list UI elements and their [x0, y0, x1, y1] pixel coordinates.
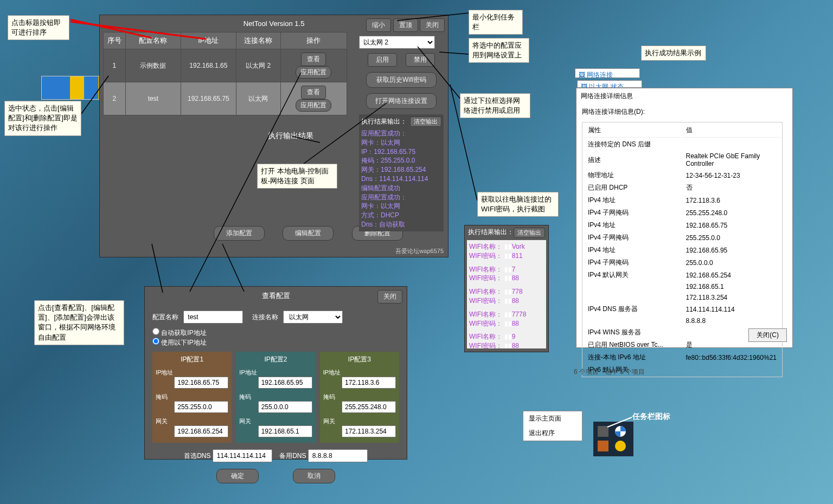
- netinfo-row: 描述Realtek PCIe GbE Family Controller: [584, 151, 781, 169]
- table-row[interactable]: 2 test 192.168.65.75 以太网 查看 应用配置: [104, 82, 347, 115]
- wifi-entry: WIFI名称： ▮▮VorkWIFI密码： ▮▮811: [469, 242, 544, 261]
- minimize-button[interactable]: 缩小: [366, 18, 391, 32]
- ipcol1-mask[interactable]: [174, 401, 228, 413]
- pin-button[interactable]: 置顶: [393, 18, 418, 32]
- netinfo-row: 192.168.65.1: [584, 282, 781, 292]
- footer-credit: 吾爱论坛wap6575: [395, 247, 444, 255]
- col-idx[interactable]: 序号: [104, 33, 126, 49]
- apply-button[interactable]: 应用配置: [296, 99, 331, 112]
- radio-manual[interactable]: [152, 338, 159, 345]
- ipcol2-title: IP配置2: [239, 355, 312, 364]
- radio-auto[interactable]: [152, 328, 159, 335]
- wifi-clear-button[interactable]: 清空输出: [514, 228, 545, 238]
- netinfo-close-button[interactable]: 关闭(C): [748, 328, 787, 342]
- ipcol1-mask-label: 掩码: [156, 393, 228, 401]
- table-row[interactable]: 1 示例数据 192.168.1.65 以太网 2 查看 应用配置: [104, 49, 347, 82]
- col-ip[interactable]: IP地址: [181, 33, 236, 49]
- ipcol3-mask[interactable]: [342, 401, 396, 413]
- add-config-button[interactable]: 添加配置: [214, 226, 265, 241]
- tray-icon-1[interactable]: [598, 426, 608, 437]
- ipcol1-gw[interactable]: [174, 425, 228, 437]
- cell-name: test: [125, 82, 181, 115]
- tray-show-main[interactable]: 显示主页面: [523, 411, 582, 426]
- ok-button[interactable]: 确定: [216, 469, 259, 483]
- col-name[interactable]: 配置名称: [125, 33, 181, 49]
- tray-exit[interactable]: 退出程序: [523, 426, 582, 441]
- dns2-input[interactable]: [308, 449, 368, 462]
- cell-ip: 192.168.65.75: [181, 82, 236, 115]
- ipcol1-ip[interactable]: [174, 377, 228, 389]
- dns1-input[interactable]: [213, 449, 272, 462]
- wifi-entry: WIFI名称： ▮▮7WIFI密码： ▮▮88: [469, 265, 544, 283]
- tray-icon-4[interactable]: [615, 441, 626, 451]
- ipcol1: IP配置1 IP地址 掩码 网关: [152, 352, 232, 443]
- annotation-apply: 将选中的配置应用到网络设置上: [469, 38, 529, 63]
- netinfo-row: IPv4 地址172.118.3.6: [584, 195, 781, 206]
- clear-output-button[interactable]: 清空输出: [410, 117, 441, 127]
- annotation-cfg-dialog: 点击[查看配置]、[编辑配置]、[添加配置]会弹出该窗口，根据不同网络环境自由配…: [34, 300, 124, 345]
- cell-conn: 以太网 2: [236, 49, 280, 82]
- tray-icon-3[interactable]: [598, 441, 608, 451]
- ipcol2: IP配置2 IP地址 掩码 网关: [236, 352, 315, 443]
- cell-name: 示例数据: [125, 49, 181, 82]
- config-table: 序号 配置名称 IP地址 连接名称 操作 1 示例数据 192.168.1.65…: [103, 32, 347, 115]
- cell-idx: 2: [104, 82, 126, 115]
- netinfo-row: IPv4 子网掩码255.255.248.0: [584, 207, 781, 218]
- ipcol2-mask[interactable]: [258, 401, 312, 413]
- netcon-window1-title: 🖼 网络连接: [575, 68, 640, 78]
- ipcol3-gw-label: 网关: [323, 417, 396, 425]
- ipcol1-ip-label: IP地址: [156, 369, 228, 377]
- open-netset-button[interactable]: 打开网络连接设置: [366, 93, 437, 109]
- ipcol3-mask-label: 掩码: [323, 393, 396, 401]
- netinfo-row: IPv4 地址192.168.65.75: [584, 219, 781, 231]
- netcon-window2-title: 🖼 以太网 状态: [577, 80, 642, 88]
- close-button[interactable]: 关闭: [420, 18, 445, 32]
- view-button[interactable]: 查看: [301, 53, 326, 66]
- cfg-conn-label: 连接名称: [252, 313, 278, 321]
- wifi-result-panel: 执行结果输出： 清空输出 WIFI名称： ▮▮VorkWIFI密码： ▮▮811…: [464, 225, 549, 352]
- netinfo-row: 172.118.3.254: [584, 293, 781, 302]
- annotation-enabledisable: 通过下拉框选择网络进行禁用或启用: [460, 93, 530, 118]
- network-select[interactable]: 以太网 2: [359, 36, 435, 49]
- cancel-button[interactable]: 取消: [293, 469, 335, 483]
- radio-manual-label: 使用以下IP地址: [161, 339, 206, 346]
- output-label: 执行输出结果: [268, 131, 313, 141]
- cell-conn: 以太网: [236, 82, 280, 115]
- ipcol2-ip[interactable]: [258, 377, 312, 389]
- wifi-output-body: WIFI名称： ▮▮VorkWIFI密码： ▮▮811WIFI名称： ▮▮7WI…: [467, 240, 546, 348]
- wifi-entry: WIFI名称： ▮▮9WIFI密码： ▮▮88: [469, 332, 544, 348]
- disable-button[interactable]: 禁用: [406, 53, 435, 67]
- edit-config-button[interactable]: 编辑配置: [283, 226, 334, 241]
- col-conn[interactable]: 连接名称: [236, 33, 280, 49]
- cell-idx: 1: [104, 49, 126, 82]
- annotation-open-netconn: 打开 本地电脑-控制面板-网络连接 页面: [257, 164, 337, 189]
- ipcol2-gw[interactable]: [258, 425, 312, 437]
- output-content: 应用配置成功：网卡：以太网IP：192.168.65.75掩码：255.255.…: [361, 129, 441, 229]
- ipcol2-gw-label: 网关: [239, 417, 312, 425]
- tray-box: [593, 422, 633, 456]
- netinfo-row: 已启用 DHCP否: [584, 182, 781, 193]
- ipcol3-gw[interactable]: [342, 425, 396, 437]
- config-close-button[interactable]: 关闭: [377, 290, 402, 303]
- ipcol3-title: IP配置3: [323, 355, 396, 364]
- netinfo-row: IPv4 子网掩码255.0.0.0: [584, 257, 781, 268]
- config-dialog: 查看配置 关闭 配置名称 连接名称 以太网 自动获取IP地址 使用以下IP地址 …: [144, 286, 407, 460]
- cfg-name-input[interactable]: [183, 311, 243, 324]
- ipcol2-ip-label: IP地址: [239, 369, 312, 377]
- netinfo-row: IPv4 子网掩码255.255.0.0: [584, 232, 781, 243]
- netinfo-title: 网络连接详细信息: [576, 88, 792, 104]
- main-window: NetTool Version 1.5 缩小 置顶 关闭 序号 配置名称 IP地…: [99, 15, 448, 257]
- netinfo-row: IPv4 地址192.168.65.95: [584, 244, 781, 256]
- ipcol3-ip[interactable]: [342, 377, 396, 389]
- apply-button[interactable]: 应用配置: [296, 66, 331, 79]
- side-panel: 以太网 2 启用 禁用 获取历史Wifi密码 打开网络连接设置 执行结果输出： …: [359, 36, 444, 231]
- netinfo-dialog: 网络连接详细信息 网络连接详细信息(D): 属性 值 连接特定的 DNS 后缀描…: [576, 88, 793, 348]
- netinfo-col-val: 值: [682, 124, 781, 138]
- wifi-history-button[interactable]: 获取历史Wifi密码: [366, 72, 437, 88]
- view-button[interactable]: 查看: [301, 86, 326, 99]
- tray-icon-2[interactable]: [615, 426, 626, 437]
- netinfo-caption: 网络连接详细信息(D):: [576, 104, 792, 120]
- enable-button[interactable]: 启用: [368, 53, 397, 67]
- col-op[interactable]: 操作: [280, 33, 347, 49]
- cfg-conn-select[interactable]: 以太网: [283, 311, 343, 324]
